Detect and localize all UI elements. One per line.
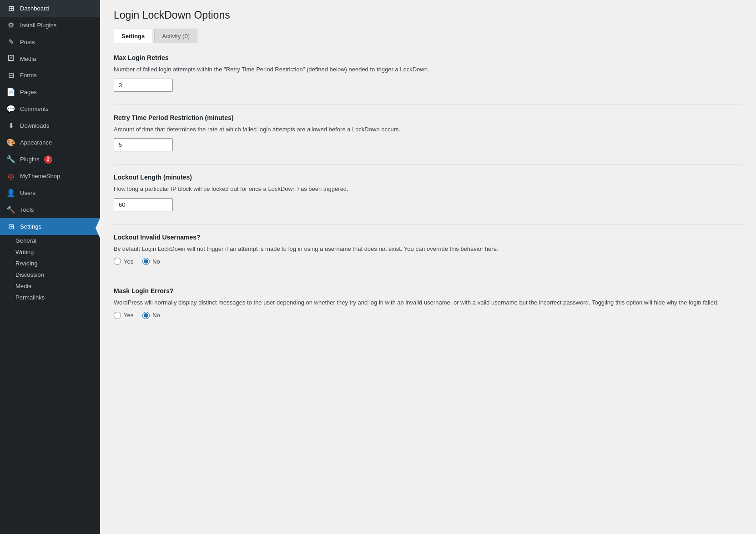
settings-submenu: General Writing Reading Discussion Media… [0, 235, 100, 303]
radio-no-mask[interactable] [142, 312, 150, 319]
section-retry-time-period: Retry Time Period Restriction (minutes) … [114, 114, 742, 152]
sidebar-item-posts[interactable]: ✎ Posts [0, 34, 100, 50]
divider-3 [114, 224, 742, 225]
sidebar-item-mythemeshop[interactable]: ◎ MyThemeShop [0, 168, 100, 185]
sidebar-item-label: Install Plugins [20, 22, 56, 29]
divider-4 [114, 278, 742, 278]
media-icon: 🖼 [6, 55, 15, 63]
radio-label-no-mask[interactable]: No [142, 312, 160, 319]
sidebar-item-install-plugins[interactable]: ⚙ Install Plugins [0, 17, 100, 34]
sidebar-item-label: Plugins [20, 156, 40, 163]
sidebar-item-label: Settings [20, 223, 41, 230]
submenu-item-media[interactable]: Media [0, 280, 100, 292]
radio-group-mask-login: Yes No [114, 312, 742, 319]
radio-label-yes-lockout[interactable]: Yes [114, 258, 133, 265]
sidebar-item-label: Tools [20, 206, 34, 213]
sidebar-item-label: Downloads [20, 122, 49, 129]
tab-activity[interactable]: Activity (0) [154, 29, 197, 43]
section-desc-lockout-invalid-usernames: By default Login LockDown will not trigg… [114, 245, 742, 254]
sidebar-item-media[interactable]: 🖼 Media [0, 50, 100, 67]
main-content: Login LockDown Options Settings Activity… [100, 0, 756, 534]
section-lockout-length: Lockout Length (minutes) How long a part… [114, 174, 742, 211]
divider-2 [114, 164, 742, 165]
sidebar-item-users[interactable]: 👤 Users [0, 185, 100, 201]
sidebar-item-label: MyThemeShop [20, 173, 60, 180]
radio-no-label-mask: No [152, 312, 160, 319]
tab-bar: Settings Activity (0) [114, 29, 742, 43]
section-desc-mask-login-errors: WordPress will normally display distinct… [114, 298, 742, 307]
sidebar-item-comments[interactable]: 💬 Comments [0, 100, 100, 117]
forms-icon: ⊟ [6, 71, 15, 80]
sidebar-item-label: Forms [20, 72, 37, 79]
sidebar: ⊞ Dashboard ⚙ Install Plugins ✎ Posts 🖼 … [0, 0, 100, 534]
sidebar-item-downloads[interactable]: ⬇ Downloads [0, 117, 100, 134]
retry-time-period-input[interactable] [114, 138, 173, 151]
section-title-lockout-invalid-usernames: Lockout Invalid Usernames? [114, 234, 742, 241]
section-lockout-invalid-usernames: Lockout Invalid Usernames? By default Lo… [114, 234, 742, 265]
radio-group-lockout-invalid: Yes No [114, 258, 742, 265]
settings-icon: ⊞ [6, 222, 15, 231]
radio-yes-mask[interactable] [114, 312, 121, 319]
downloads-icon: ⬇ [6, 121, 15, 130]
radio-label-no-lockout[interactable]: No [142, 258, 160, 265]
posts-icon: ✎ [6, 38, 15, 46]
users-icon: 👤 [6, 189, 15, 197]
tab-settings[interactable]: Settings [114, 29, 152, 43]
pages-icon: 📄 [6, 88, 15, 96]
submenu-item-reading[interactable]: Reading [0, 258, 100, 269]
radio-yes-label-mask: Yes [124, 312, 133, 319]
sidebar-item-forms[interactable]: ⊟ Forms [0, 67, 100, 84]
sidebar-item-appearance[interactable]: 🎨 Appearance [0, 134, 100, 151]
sidebar-item-tools[interactable]: 🔨 Tools [0, 201, 100, 218]
section-desc-lockout-length: How long a particular IP block will be l… [114, 185, 742, 194]
page-title: Login LockDown Options [114, 9, 742, 21]
radio-yes-lockout[interactable] [114, 258, 121, 265]
sidebar-item-label: Pages [20, 89, 37, 95]
section-mask-login-errors: Mask Login Errors? WordPress will normal… [114, 287, 742, 319]
submenu-item-permalinks[interactable]: Permalinks [0, 292, 100, 303]
section-title-retry-time-period: Retry Time Period Restriction (minutes) [114, 114, 742, 121]
sidebar-item-plugins[interactable]: 🔧 Plugins 2 [0, 151, 100, 168]
install-plugins-icon: ⚙ [6, 21, 15, 30]
submenu-item-general[interactable]: General [0, 235, 100, 246]
dashboard-icon: ⊞ [6, 4, 15, 13]
mythemeshop-icon: ◎ [6, 172, 15, 180]
section-desc-retry-time-period: Amount of time that determines the rate … [114, 125, 742, 134]
max-login-retries-input[interactable] [114, 79, 173, 92]
section-title-lockout-length: Lockout Length (minutes) [114, 174, 742, 181]
section-title-max-login-retries: Max Login Retries [114, 54, 742, 61]
section-max-login-retries: Max Login Retries Number of failed login… [114, 54, 742, 92]
plugins-badge: 2 [44, 155, 52, 164]
radio-no-lockout[interactable] [142, 258, 150, 265]
sidebar-item-label: Dashboard [20, 5, 49, 12]
section-desc-max-login-retries: Number of failed login attempts within t… [114, 65, 742, 74]
radio-yes-label-lockout: Yes [124, 258, 133, 265]
comments-icon: 💬 [6, 105, 15, 113]
sidebar-item-label: Posts [20, 39, 35, 45]
sidebar-item-settings[interactable]: ⊞ Settings [0, 218, 100, 235]
section-title-mask-login-errors: Mask Login Errors? [114, 287, 742, 294]
appearance-icon: 🎨 [6, 138, 15, 147]
sidebar-item-dashboard[interactable]: ⊞ Dashboard [0, 0, 100, 17]
sidebar-item-pages[interactable]: 📄 Pages [0, 84, 100, 100]
lockout-length-input[interactable] [114, 198, 173, 211]
sidebar-item-label: Appearance [20, 139, 52, 146]
tools-icon: 🔨 [6, 205, 15, 214]
radio-no-label-lockout: No [152, 258, 160, 265]
plugins-icon: 🔧 [6, 155, 15, 164]
divider-1 [114, 105, 742, 105]
submenu-item-discussion[interactable]: Discussion [0, 269, 100, 280]
radio-label-yes-mask[interactable]: Yes [114, 312, 133, 319]
sidebar-item-label: Comments [20, 105, 49, 112]
sidebar-item-label: Users [20, 190, 35, 196]
sidebar-item-label: Media [20, 55, 36, 62]
submenu-item-writing[interactable]: Writing [0, 246, 100, 258]
